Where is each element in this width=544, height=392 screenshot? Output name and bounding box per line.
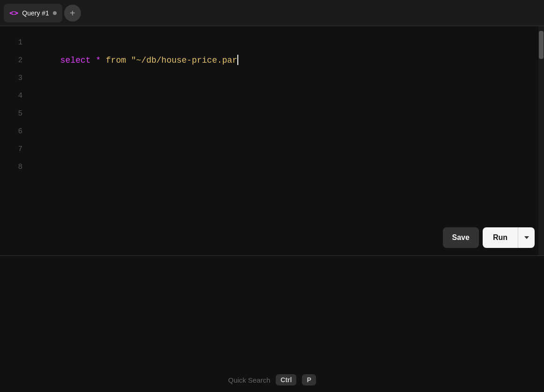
keyword-from: from [106,56,126,65]
save-button[interactable]: Save [443,227,479,248]
chevron-down-icon [524,236,529,239]
kbd-p: P [302,374,316,385]
tab-title: Query #1 [22,9,49,17]
line-number-7: 7 [4,140,22,158]
run-button[interactable]: Run [483,227,518,248]
run-dropdown-button[interactable] [518,227,535,248]
status-bar: Quick Search Ctrl P [0,368,544,392]
scrollbar-thumb[interactable] [539,31,544,59]
line-number-5: 5 [4,105,22,123]
tab-unsaved-dot [53,11,57,15]
line-number-2: 2 [4,51,22,69]
add-tab-button[interactable]: + [64,5,81,22]
keyword-select: select [60,56,91,65]
line-number-6: 6 [4,123,22,140]
editor-toolbar: Save Run [443,227,535,248]
kbd-ctrl: Ctrl [276,374,296,385]
text-cursor [237,55,238,65]
tab-bar: <> Query #1 + [0,0,544,26]
quick-search-label: Quick Search [228,376,270,384]
keyword-star: * [91,56,106,65]
line-number-8: 8 [4,158,22,176]
code-editor[interactable]: select * from "~/db/house-price.par [26,26,538,255]
run-button-group: Run [483,227,535,248]
code-line-1: select * from "~/db/house-price.par [30,34,535,87]
scrollbar-track[interactable] [538,26,544,255]
line-number-1: 1 [4,34,22,51]
query-icon: <> [9,8,18,17]
tab-query-1[interactable]: <> Query #1 [4,4,62,22]
line-number-4: 4 [4,87,22,105]
line-numbers: 1 2 3 4 5 6 7 8 [0,26,26,255]
line-number-3: 3 [4,69,22,87]
string-path: "~/db/house-price.par [126,56,237,65]
editor-container: 1 2 3 4 5 6 7 8 select * from "~/db/hous… [0,26,544,255]
